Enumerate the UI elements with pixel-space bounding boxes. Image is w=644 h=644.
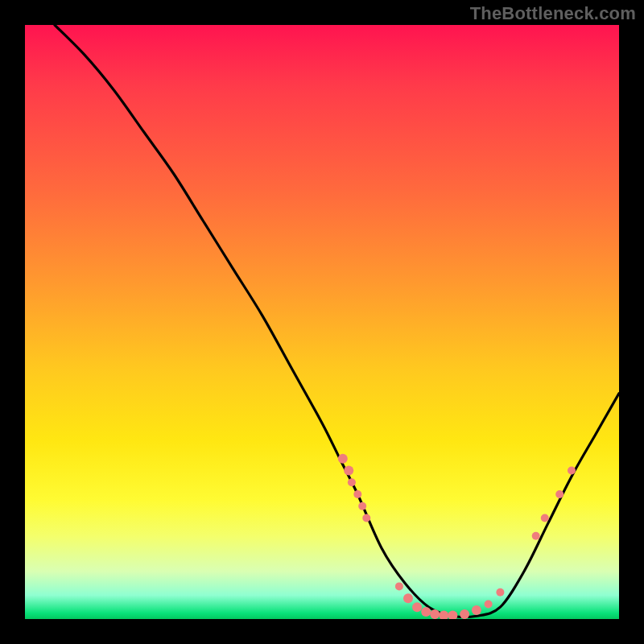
data-marker (338, 454, 348, 464)
data-marker (496, 588, 504, 597)
attribution-text: TheBottleneck.com (470, 3, 636, 24)
data-marker (344, 466, 353, 476)
data-marker (421, 607, 431, 617)
data-marker (485, 601, 493, 609)
chart-frame: TheBottleneck.com (0, 0, 644, 644)
data-marker (395, 582, 403, 590)
data-marker (348, 478, 356, 486)
data-marker (541, 514, 549, 522)
marker-group (338, 454, 576, 619)
data-marker (412, 602, 422, 612)
data-marker (362, 514, 370, 522)
bottleneck-curve-svg (25, 25, 619, 619)
data-marker (403, 593, 413, 603)
bottleneck-curve (55, 25, 619, 617)
plot-area (25, 25, 619, 619)
data-marker (358, 502, 366, 510)
data-marker (448, 611, 457, 619)
data-marker (555, 490, 564, 498)
data-marker (568, 467, 576, 475)
data-marker (430, 609, 440, 619)
data-marker (532, 532, 540, 540)
data-marker (472, 605, 481, 615)
data-marker (460, 609, 469, 619)
data-marker (353, 490, 361, 498)
